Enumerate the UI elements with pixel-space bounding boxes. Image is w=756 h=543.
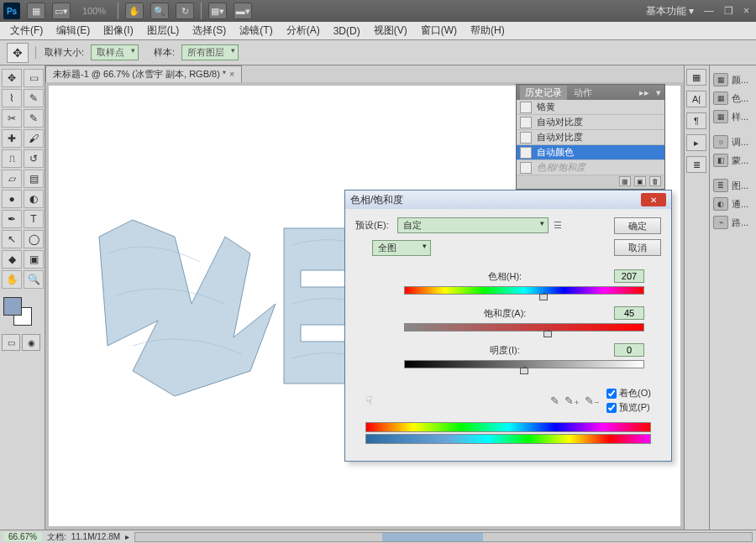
channel-dropdown[interactable]: 全图 [372,240,431,256]
paths-panel-tab[interactable]: ⌁路... [711,213,754,232]
move-tool-icon[interactable]: ✥ [2,69,22,87]
horizontal-scrollbar[interactable] [134,532,753,542]
lightness-slider-thumb[interactable] [520,368,528,374]
channels-panel-tab[interactable]: ◐通... [711,195,754,213]
maximize-button[interactable]: ❐ [721,5,737,17]
blur-tool-icon[interactable]: ● [2,190,22,208]
history-item-selected[interactable]: 自动颜色 [517,145,664,160]
document-tab-close-icon[interactable]: × [229,70,234,79]
new-snapshot-icon[interactable]: ▦ [619,176,631,186]
screen-mode-icon[interactable]: ▬▾ [234,3,252,19]
eyedropper-icon[interactable]: ✎ [550,394,559,407]
history-brush-tool-icon[interactable]: ↺ [24,149,44,168]
document-tab[interactable]: 未标题-1 @ 66.7% (冰雪宇 副本, RGB/8) * × [45,65,242,82]
hue-slider[interactable] [404,286,644,295]
menu-view[interactable]: 视图(V) [367,22,414,39]
marquee-tool-icon[interactable]: ▭ [24,69,44,87]
3d-tool-icon[interactable]: ◆ [2,250,22,269]
foreground-color-swatch[interactable] [3,297,22,316]
quick-select-tool-icon[interactable]: ✎ [24,89,44,107]
zoom-icon[interactable]: 🔍 [150,3,169,19]
history-tab[interactable]: 历史记录 [520,86,567,100]
menu-window[interactable]: 窗口(W) [414,22,464,39]
menu-file[interactable]: 文件(F) [3,22,50,39]
menu-edit[interactable]: 编辑(E) [50,22,97,39]
collapse-panel-icon[interactable]: ▸▸ [639,87,649,98]
heal-tool-icon[interactable]: ✚ [2,129,22,148]
stamp-tool-icon[interactable]: ⎍ [2,149,22,168]
styles-panel-tab[interactable]: ▦样... [711,107,754,126]
menu-3d[interactable]: 3D(D) [327,23,367,39]
eyedropper-subtract-icon[interactable]: ✎₋ [585,394,600,407]
history-item[interactable]: 自动对比度 [517,115,664,130]
colorize-checkbox[interactable]: 着色(O) [606,387,651,399]
actions-tab[interactable]: 动作 [574,86,592,99]
dodge-tool-icon[interactable]: ◐ [24,190,44,208]
eraser-tool-icon[interactable]: ▱ [2,170,22,188]
current-tool-icon[interactable]: ✥ [7,43,29,63]
new-doc-from-state-icon[interactable]: ▣ [634,176,646,186]
history-item[interactable]: 自动对比度 [517,130,664,145]
path-select-tool-icon[interactable]: ↖ [2,230,22,248]
menu-help[interactable]: 帮助(H) [464,22,512,39]
saturation-slider-thumb[interactable] [543,331,552,337]
sample-dropdown[interactable]: 所有图层 [181,44,239,60]
menu-select[interactable]: 选择(S) [186,22,233,39]
dialog-close-button[interactable]: ✕ [641,193,666,206]
shape-tool-icon[interactable]: ◯ [24,230,44,248]
history-toggle-icon[interactable]: ▦ [686,69,706,86]
menu-layer[interactable]: 图层(L) [140,22,186,39]
workspace-switcher[interactable]: 基本功能 ▾ [639,4,701,18]
sample-size-dropdown[interactable]: 取样点 [91,44,139,60]
menu-filter[interactable]: 滤镜(T) [233,22,279,39]
masks-panel-tab[interactable]: ◧蒙... [711,151,754,170]
scrollbar-thumb[interactable] [382,533,483,541]
delete-state-icon[interactable]: 🗑 [649,176,661,186]
standard-mode-icon[interactable]: ▭ [2,334,20,351]
adjustments-panel-tab[interactable]: ☼调... [711,133,754,151]
color-swatch[interactable] [2,295,35,329]
lightness-slider[interactable] [404,360,644,368]
view-extras-icon[interactable]: ▭▾ [52,3,71,19]
hand-icon[interactable]: ✋ [125,3,144,19]
type-tool-icon[interactable]: T [24,210,44,228]
cancel-button[interactable]: 取消 [614,239,661,256]
crop-tool-icon[interactable]: ✂ [2,109,22,128]
saturation-slider[interactable] [404,323,644,332]
preset-dropdown[interactable]: 自定 [397,217,549,233]
scrub-icon[interactable]: ☟ [365,394,382,407]
eyedropper-add-icon[interactable]: ✎₊ [564,394,580,407]
arrange-docs-icon[interactable]: ▦▾ [208,3,227,19]
pen-tool-icon[interactable]: ✒ [2,210,22,228]
zoom-tool-icon[interactable]: 🔍 [24,270,44,289]
launch-bridge-icon[interactable]: ▦ [27,3,45,19]
paragraph-panel-icon[interactable]: ¶ [686,112,706,129]
color-panel-tab[interactable]: ▦颜... [711,70,754,89]
brush-tool-icon[interactable]: 🖌 [24,129,44,148]
character-panel-icon[interactable]: A| [686,91,706,107]
menu-analysis[interactable]: 分析(A) [280,22,327,39]
menu-image[interactable]: 图像(I) [97,22,139,39]
rotate-view-icon[interactable]: ↻ [176,3,194,19]
hand-tool-icon[interactable]: ✋ [2,270,22,289]
preset-menu-icon[interactable]: ☰ [554,220,562,231]
history-item-future[interactable]: 色相/饱和度 [517,160,664,175]
lasso-tool-icon[interactable]: ⌇ [2,89,22,107]
status-arrow-icon[interactable]: ▸ [125,532,129,541]
hue-slider-thumb[interactable] [539,294,548,300]
minimize-button[interactable]: — [701,5,717,17]
gradient-tool-icon[interactable]: ▤ [24,170,44,188]
eyedropper-tool-icon[interactable]: ✎ [24,109,44,128]
saturation-input[interactable] [614,306,644,320]
ok-button[interactable]: 确定 [614,217,661,234]
3d-camera-tool-icon[interactable]: ▣ [24,250,44,269]
layers-panel-tab[interactable]: ≣图... [711,176,754,195]
quick-mask-icon[interactable]: ◉ [22,334,40,351]
dialog-titlebar[interactable]: 色相/饱和度 ✕ [345,191,671,209]
layers-panel-icon[interactable]: ≣ [686,156,706,173]
close-window-button[interactable]: × [740,5,753,17]
history-item[interactable]: 铬黄 [517,100,664,115]
actions-panel-icon[interactable]: ▸ [686,134,706,151]
panel-menu-icon[interactable]: ▾ [656,87,661,98]
lightness-input[interactable] [614,343,644,357]
